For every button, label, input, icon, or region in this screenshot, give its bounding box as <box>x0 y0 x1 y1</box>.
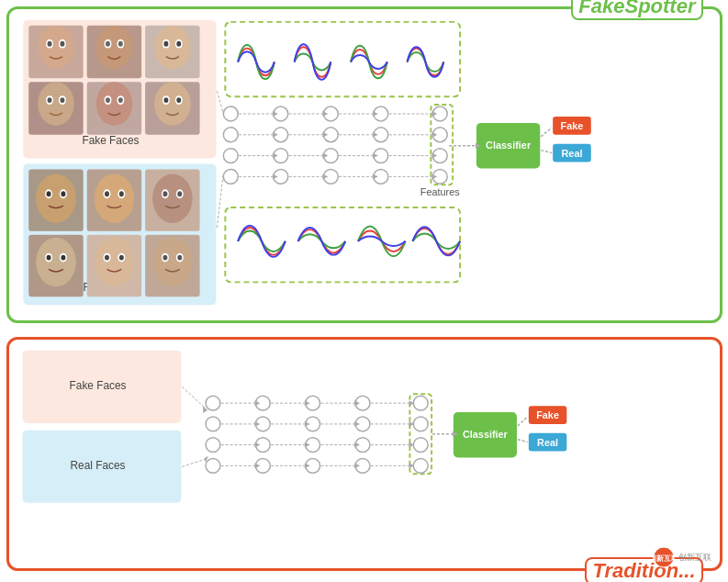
svg-marker-182 <box>304 421 309 427</box>
svg-point-12 <box>47 41 51 47</box>
svg-rect-7 <box>28 82 83 134</box>
svg-text:Fake: Fake <box>536 409 559 420</box>
svg-point-83 <box>273 128 287 142</box>
svg-point-70 <box>118 255 123 261</box>
svg-point-53 <box>105 191 109 196</box>
svg-point-29 <box>60 97 64 103</box>
svg-point-16 <box>104 39 111 49</box>
svg-rect-42 <box>145 169 199 230</box>
svg-marker-197 <box>409 400 414 406</box>
svg-point-47 <box>45 189 52 198</box>
svg-point-95 <box>432 106 447 121</box>
svg-marker-184 <box>304 463 309 468</box>
svg-marker-121 <box>372 153 377 159</box>
svg-point-33 <box>117 95 124 105</box>
svg-point-32 <box>105 97 109 103</box>
svg-point-98 <box>432 169 447 184</box>
svg-point-10 <box>38 26 74 70</box>
svg-rect-43 <box>28 235 83 297</box>
svg-point-150 <box>206 438 220 453</box>
svg-rect-77 <box>225 207 460 282</box>
svg-rect-0 <box>23 20 216 159</box>
svg-marker-129 <box>431 153 437 159</box>
svg-point-66 <box>94 238 134 287</box>
svg-marker-103 <box>272 111 277 117</box>
svg-point-22 <box>163 41 168 47</box>
svg-point-85 <box>273 169 287 184</box>
svg-marker-198 <box>409 421 414 427</box>
svg-marker-134 <box>475 143 480 149</box>
svg-point-155 <box>255 458 270 473</box>
svg-marker-200 <box>409 463 414 468</box>
svg-point-162 <box>355 438 370 453</box>
fakespotter-svg: Fake Faces Real Faces <box>9 9 720 320</box>
svg-point-50 <box>61 191 65 196</box>
svg-marker-106 <box>272 173 277 179</box>
svg-rect-9 <box>145 82 199 134</box>
svg-rect-146 <box>22 431 181 503</box>
svg-point-13 <box>58 39 65 49</box>
traditional-box: Tradition... Fake Faces Real Faces <box>6 337 722 571</box>
svg-point-34 <box>118 97 122 103</box>
svg-marker-199 <box>409 442 414 448</box>
svg-point-62 <box>45 253 52 263</box>
svg-point-153 <box>255 417 270 431</box>
svg-point-97 <box>432 149 447 163</box>
svg-point-166 <box>413 417 428 431</box>
svg-point-54 <box>118 189 125 198</box>
svg-marker-191 <box>354 442 360 448</box>
svg-point-67 <box>103 253 110 263</box>
svg-line-140 <box>541 151 552 153</box>
svg-marker-213 <box>203 406 207 413</box>
svg-point-78 <box>223 106 238 121</box>
svg-line-142 <box>217 91 223 114</box>
svg-marker-183 <box>304 442 309 448</box>
svg-text:Real Faces: Real Faces <box>70 459 125 472</box>
svg-text:Features: Features <box>420 186 460 197</box>
svg-point-21 <box>162 39 169 49</box>
watermark: 创新互联 创新互联 <box>653 546 711 568</box>
svg-point-27 <box>47 97 51 103</box>
svg-marker-119 <box>372 111 377 117</box>
svg-point-158 <box>305 438 319 453</box>
svg-marker-122 <box>372 173 377 179</box>
svg-point-88 <box>323 149 338 163</box>
svg-point-84 <box>273 149 287 163</box>
svg-rect-144 <box>22 351 181 423</box>
svg-point-55 <box>118 191 123 196</box>
svg-text:Classifier: Classifier <box>486 140 532 151</box>
svg-marker-111 <box>322 111 328 117</box>
svg-point-154 <box>255 438 270 453</box>
svg-text:Fake Faces: Fake Faces <box>69 379 126 392</box>
svg-point-156 <box>305 396 319 410</box>
svg-marker-189 <box>354 400 360 406</box>
svg-point-65 <box>61 255 65 261</box>
svg-marker-128 <box>431 132 437 138</box>
svg-point-157 <box>305 417 319 431</box>
svg-point-89 <box>323 169 338 184</box>
svg-rect-44 <box>86 235 140 297</box>
svg-point-57 <box>161 189 168 198</box>
svg-marker-176 <box>254 463 260 468</box>
svg-point-14 <box>60 41 64 47</box>
svg-marker-112 <box>322 132 328 138</box>
svg-point-69 <box>118 253 125 263</box>
svg-rect-131 <box>476 123 539 169</box>
svg-rect-40 <box>28 169 83 230</box>
svg-point-61 <box>36 238 76 287</box>
svg-marker-130 <box>431 173 437 179</box>
svg-line-209 <box>517 417 527 426</box>
svg-point-49 <box>59 189 66 198</box>
watermark-text: 创新互联 <box>678 552 711 564</box>
svg-marker-190 <box>354 421 360 427</box>
svg-rect-41 <box>86 169 140 230</box>
svg-point-39 <box>176 97 181 103</box>
svg-point-15 <box>95 26 132 70</box>
svg-point-59 <box>175 189 183 198</box>
svg-marker-113 <box>322 153 328 159</box>
svg-marker-120 <box>372 132 377 138</box>
svg-point-86 <box>323 106 338 121</box>
svg-rect-5 <box>86 26 140 78</box>
svg-point-24 <box>176 41 181 47</box>
svg-marker-104 <box>272 132 277 138</box>
